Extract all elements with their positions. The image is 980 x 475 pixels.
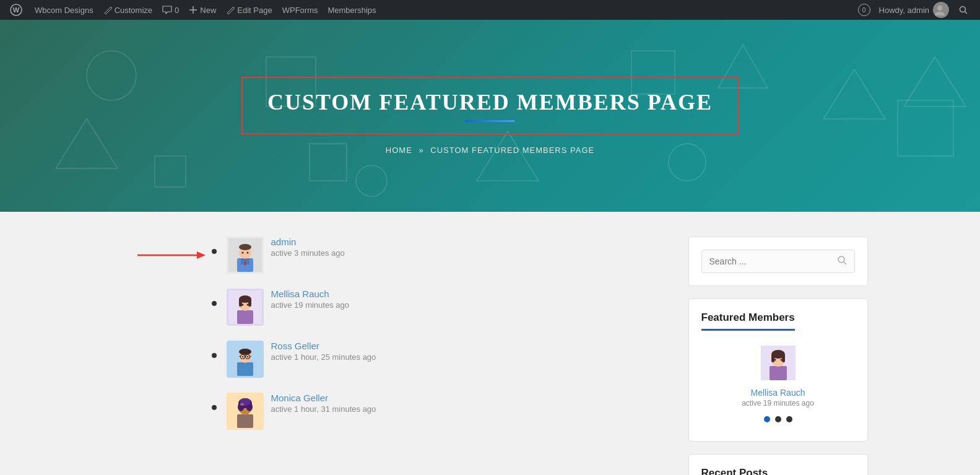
svg-point-28 <box>239 244 251 250</box>
search-input[interactable] <box>709 256 837 266</box>
svg-marker-15 <box>477 131 539 181</box>
member-activity: active 19 minutes ago <box>271 300 349 310</box>
adminbar-site-name[interactable]: Wbcom Designs <box>30 0 98 20</box>
member-info: admin active 3 minutes ago <box>271 237 345 258</box>
svg-point-49 <box>246 356 248 357</box>
adminbar-wp-logo[interactable]: W <box>5 0 30 20</box>
adminbar-edit-page[interactable]: Edit Page <box>221 0 277 20</box>
svg-point-59 <box>246 408 248 410</box>
member-name[interactable]: Ross Geller <box>271 341 376 351</box>
avatar <box>227 289 264 326</box>
sidebar: Featured Members Mellisa Rauch <box>688 237 868 475</box>
member-bullet <box>212 301 217 306</box>
member-bullet <box>212 405 217 410</box>
svg-point-48 <box>241 356 243 357</box>
svg-rect-36 <box>248 299 251 307</box>
avatar <box>227 393 264 430</box>
adminbar-customize[interactable]: Customize <box>98 0 157 20</box>
hero-underline <box>465 120 514 122</box>
svg-rect-13 <box>310 144 347 181</box>
list-item: Ross Geller active 1 hour, 25 minutes ag… <box>212 341 670 378</box>
member-bullet <box>212 353 217 358</box>
adminbar-new[interactable]: New <box>184 0 221 20</box>
featured-avatar <box>760 344 797 381</box>
avatar <box>227 341 264 378</box>
member-activity: active 3 minutes ago <box>271 248 345 258</box>
svg-line-6 <box>965 12 968 14</box>
featured-members-widget: Featured Members Mellisa Rauch <box>688 299 868 442</box>
featured-member-activity: active 19 minutes ago <box>742 399 814 407</box>
svg-point-37 <box>241 304 243 306</box>
adminbar-howdy[interactable]: Howdy, admin <box>874 0 954 20</box>
member-name[interactable]: Monica Geller <box>271 393 376 403</box>
main-wrapper: admin active 3 minutes ago <box>0 212 980 475</box>
carousel-dot[interactable] <box>764 416 770 422</box>
adminbar-wpforms[interactable]: WPForms <box>277 0 323 20</box>
list-item: admin active 3 minutes ago <box>212 237 670 274</box>
svg-rect-67 <box>782 354 785 362</box>
search-icon <box>837 255 847 268</box>
svg-rect-16 <box>898 100 953 156</box>
svg-point-29 <box>241 252 243 254</box>
svg-point-18 <box>669 144 706 181</box>
svg-point-42 <box>239 349 251 355</box>
svg-marker-17 <box>904 57 966 107</box>
carousel-dot[interactable] <box>775 416 781 422</box>
svg-point-68 <box>774 359 776 361</box>
adminbar-comments[interactable]: 0 <box>157 0 184 20</box>
member-info: Ross Geller active 1 hour, 25 minutes ag… <box>271 341 376 362</box>
member-info: Monica Geller active 1 hour, 31 minutes … <box>271 393 376 414</box>
breadcrumb-current: CUSTOM FEATURED MEMBERS PAGE <box>430 146 594 155</box>
svg-marker-12 <box>56 119 118 168</box>
hero-banner: CUSTOM FEATURED MEMBERS PAGE HOME » CUST… <box>0 20 980 212</box>
content-area: admin active 3 minutes ago <box>113 237 670 475</box>
svg-point-7 <box>87 51 136 100</box>
breadcrumb-separator: » <box>418 146 423 155</box>
carousel-dot[interactable] <box>786 416 792 422</box>
svg-rect-32 <box>237 310 253 324</box>
svg-point-58 <box>241 408 243 410</box>
carousel-dots <box>764 416 792 422</box>
hero-title: CUSTOM FEATURED MEMBERS PAGE <box>267 89 713 115</box>
svg-point-5 <box>960 7 966 12</box>
svg-rect-51 <box>237 414 253 428</box>
svg-rect-63 <box>770 366 787 380</box>
featured-member-name[interactable]: Mellisa Rauch <box>751 388 805 398</box>
breadcrumb: HOME » CUSTOM FEATURED MEMBERS PAGE <box>386 146 594 155</box>
svg-point-4 <box>937 6 942 11</box>
svg-rect-35 <box>239 299 242 307</box>
recent-posts-widget: Recent Posts <box>688 454 868 475</box>
search-widget <box>688 237 868 286</box>
list-item: Monica Geller active 1 hour, 31 minutes … <box>212 393 670 430</box>
adminbar-search[interactable] <box>954 0 975 20</box>
svg-rect-66 <box>771 354 774 362</box>
member-info: Mellisa Rauch active 19 minutes ago <box>271 289 349 310</box>
member-activity: active 1 hour, 25 minutes ago <box>271 352 376 362</box>
recent-posts-title: Recent Posts <box>701 467 768 475</box>
svg-point-38 <box>246 304 248 306</box>
svg-point-30 <box>246 252 248 254</box>
svg-marker-11 <box>823 69 885 119</box>
svg-line-61 <box>844 262 846 264</box>
svg-rect-40 <box>237 362 253 376</box>
list-item: Mellisa Rauch active 19 minutes ago <box>212 289 670 326</box>
svg-point-60 <box>838 256 844 263</box>
hero-title-box: CUSTOM FEATURED MEMBERS PAGE <box>241 77 739 134</box>
member-activity: active 1 hour, 31 minutes ago <box>271 404 376 414</box>
svg-point-14 <box>356 165 387 196</box>
search-box[interactable] <box>701 250 855 273</box>
member-name[interactable]: Mellisa Rauch <box>271 289 349 299</box>
svg-rect-19 <box>155 156 186 187</box>
featured-member-card: Mellisa Rauch active 19 minutes ago <box>701 338 855 429</box>
avatar <box>227 237 264 274</box>
red-arrow <box>137 248 206 263</box>
adminbar-notifications[interactable]: 0 <box>858 4 870 16</box>
adminbar-memberships[interactable]: Memberships <box>323 0 381 20</box>
featured-members-title: Featured Members <box>701 312 855 338</box>
svg-point-57 <box>240 403 244 406</box>
admin-bar: W Wbcom Designs Customize 0 New Edit Pag… <box>0 0 980 20</box>
svg-text:W: W <box>13 6 20 14</box>
member-name[interactable]: admin <box>271 237 345 247</box>
breadcrumb-home[interactable]: HOME <box>386 146 412 155</box>
svg-point-69 <box>780 359 782 361</box>
